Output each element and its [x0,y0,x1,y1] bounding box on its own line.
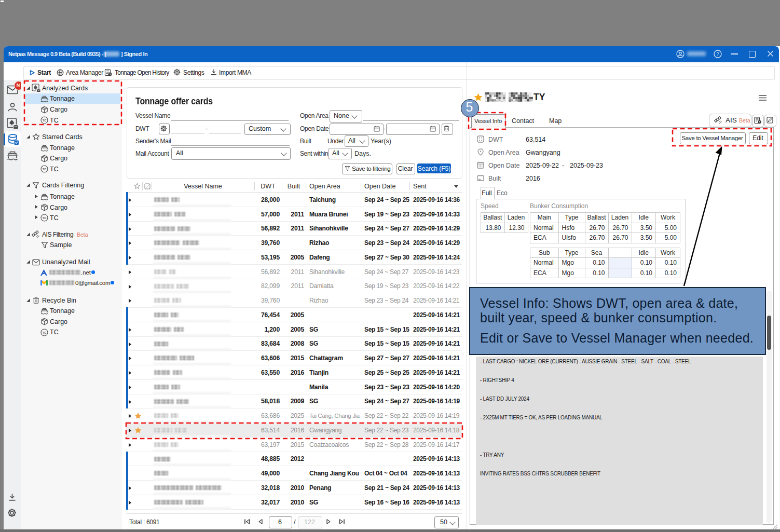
svg-text:TC: TC [43,331,47,334]
svg-text:TC: TC [43,168,47,171]
svg-text:?: ? [716,51,719,57]
svg-text:TC: TC [43,216,47,220]
svg-text:TC: TC [43,119,47,122]
